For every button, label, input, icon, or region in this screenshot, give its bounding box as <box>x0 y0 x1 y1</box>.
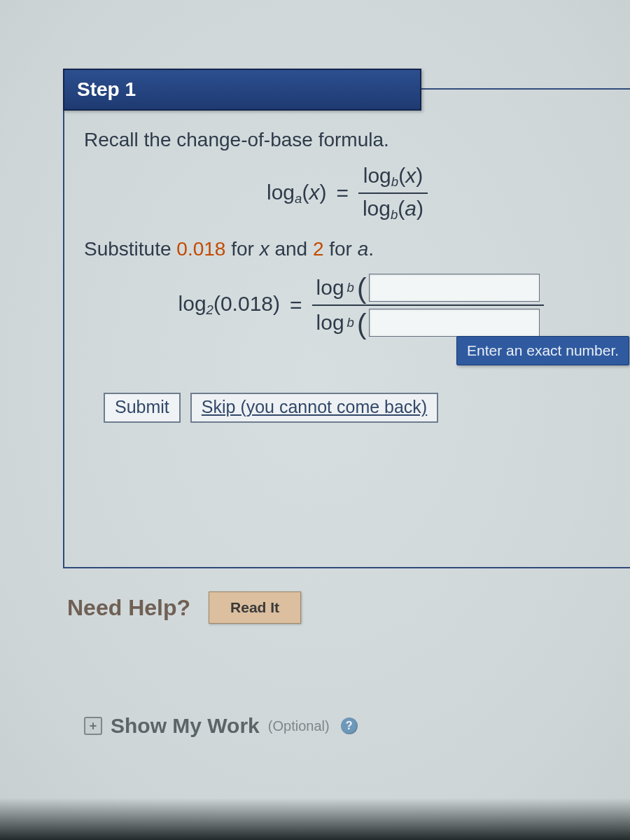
show-my-work-optional: (Optional) <box>268 718 330 734</box>
eq2-num-log: log <box>316 276 344 300</box>
num-sub: b <box>391 174 398 189</box>
denominator-answer-input[interactable] <box>369 309 540 337</box>
eq2-lhs: log2(0.018) <box>178 292 280 318</box>
eq2-lhs-log: log <box>178 292 206 315</box>
show-my-work-row[interactable]: + Show My Work (Optional) ? <box>84 714 358 738</box>
den-arg: a <box>405 197 416 220</box>
substituted-equation: log2(0.018) = logb( logb( <box>112 273 610 337</box>
eq2-num-sub: b <box>347 280 354 295</box>
formula-rhs-fraction: logb(x) logb(a) <box>358 164 428 223</box>
submit-button[interactable]: Submit <box>104 393 181 423</box>
formula-lhs: loga(x) <box>267 181 326 206</box>
eq2-numerator: logb( <box>312 273 545 304</box>
skip-button[interactable]: Skip (you cannot come back) <box>190 393 438 423</box>
den-log: log <box>363 197 391 220</box>
sub-mid1: for <box>225 238 259 260</box>
bottom-vignette <box>0 798 630 840</box>
substitute-instruction: Substitute 0.018 for x and 2 for a. <box>84 238 610 260</box>
den-sub: b <box>391 207 398 222</box>
sub-and: and <box>270 238 313 260</box>
expand-plus-icon[interactable]: + <box>84 717 102 735</box>
read-it-button[interactable]: Read It <box>209 592 301 624</box>
formula-eq: = <box>336 181 349 205</box>
sub-a-value: 2 <box>313 238 324 260</box>
numerator-answer-input[interactable] <box>369 274 540 302</box>
open-paren-icon: ( <box>357 274 367 303</box>
formula-denominator: logb(a) <box>358 194 428 223</box>
formula-numerator: logb(x) <box>359 164 427 192</box>
show-my-work-label: Show My Work <box>111 714 260 738</box>
screen: Step 1 Recall the change-of-base formula… <box>0 0 630 840</box>
validation-tooltip: Enter an exact number. <box>456 336 629 365</box>
need-help-label: Need Help? <box>67 595 190 621</box>
recall-text: Recall the change-of-base formula. <box>84 129 610 151</box>
step-content: Recall the change-of-base formula. loga(… <box>64 70 630 437</box>
step-tab: Step 1 <box>63 69 421 111</box>
info-icon[interactable]: ? <box>341 718 358 734</box>
num-log: log <box>363 164 391 187</box>
sub-suffix: . <box>368 238 374 260</box>
need-help-row: Need Help? Read It <box>67 592 301 624</box>
step-panel: Step 1 Recall the change-of-base formula… <box>63 70 630 568</box>
sub-x-var: x <box>260 238 270 260</box>
lhs-arg: x <box>309 181 319 204</box>
lhs-sub: a <box>295 191 302 206</box>
num-arg: x <box>405 164 416 187</box>
eq2-den-log: log <box>316 311 344 335</box>
eq2-lhs-sub: 2 <box>206 303 214 318</box>
eq2-lhs-arg: 0.018 <box>220 292 273 315</box>
eq2-eq: = <box>290 293 302 317</box>
lhs-log: log <box>267 181 295 204</box>
eq2-denominator: logb( <box>312 306 545 337</box>
eq2-den-sub: b <box>347 315 354 330</box>
sub-mid2: for <box>323 238 357 260</box>
change-of-base-formula: loga(x) = logb(x) logb(a) <box>84 164 610 223</box>
open-paren-icon: ( <box>357 310 367 339</box>
sub-prefix: Substitute <box>84 238 176 260</box>
sub-x-value: 0.018 <box>176 238 225 260</box>
eq2-rhs-fraction: logb( logb( <box>312 273 545 337</box>
sub-a-var: a <box>358 238 369 260</box>
action-buttons: Submit Skip (you cannot come back) <box>104 393 610 423</box>
